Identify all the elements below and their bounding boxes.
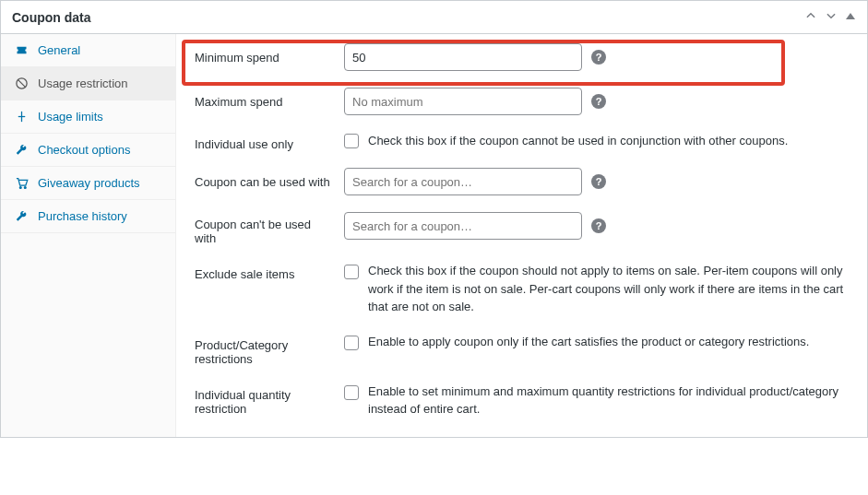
product-category-desc: Enable to apply coupon only if the cart …	[368, 333, 809, 351]
individual-use-desc: Check this box if the coupon cannot be u…	[368, 132, 788, 150]
wrench-icon	[14, 144, 29, 157]
row-cant-use-with: Coupon can't be used with ?	[195, 212, 849, 245]
svg-line-2	[18, 79, 26, 88]
sidebar-item-label: Checkout options	[38, 143, 130, 157]
content: Minimum spend ? Maximum spend ?	[176, 34, 867, 437]
label-exclude-sale: Exclude sale items	[195, 262, 331, 281]
sidebar-item-usage-limits[interactable]: Usage limits	[1, 100, 175, 134]
can-use-with-input[interactable]	[344, 168, 582, 195]
panel-controls	[804, 9, 856, 25]
cant-use-with-input[interactable]	[344, 212, 582, 240]
label-product-category: Product/Category restrictions	[195, 333, 331, 366]
sidebar: General Usage restriction Usage limits C…	[1, 34, 176, 437]
help-icon[interactable]: ?	[591, 174, 606, 189]
label-can-use-with: Coupon can be used with	[195, 175, 331, 189]
exclude-sale-checkbox[interactable]	[344, 265, 359, 279]
toggle-panel-icon[interactable]	[845, 10, 856, 24]
sidebar-item-purchase-history[interactable]: Purchase history	[1, 200, 175, 233]
svg-point-5	[19, 187, 21, 189]
sidebar-item-usage-restriction[interactable]: Usage restriction	[1, 67, 175, 100]
help-icon[interactable]: ?	[591, 94, 606, 109]
row-individual-quantity: Individual quantity restriction Enable t…	[195, 383, 849, 418]
maximum-spend-input[interactable]	[344, 88, 582, 115]
help-icon[interactable]: ?	[591, 50, 606, 65]
coupon-data-panel: Coupon data General Usage restriction Us…	[0, 0, 868, 438]
wrench-icon	[14, 210, 29, 223]
label-minimum-spend: Minimum spend	[195, 51, 331, 65]
row-maximum-spend: Maximum spend ?	[195, 88, 849, 115]
move-up-icon[interactable]	[804, 9, 817, 25]
individual-use-checkbox[interactable]	[344, 134, 359, 148]
sidebar-item-general[interactable]: General	[1, 34, 175, 67]
panel-title: Coupon data	[12, 10, 91, 25]
row-minimum-spend: Minimum spend ?	[195, 43, 849, 71]
sidebar-item-giveaway-products[interactable]: Giveaway products	[1, 167, 175, 200]
sidebar-item-label: Giveaway products	[38, 176, 140, 190]
svg-point-6	[24, 187, 26, 189]
row-exclude-sale: Exclude sale items Check this box if the…	[195, 262, 849, 316]
minimum-spend-input[interactable]	[344, 43, 582, 71]
panel-body: General Usage restriction Usage limits C…	[1, 34, 867, 437]
sidebar-item-label: Usage limits	[38, 110, 103, 124]
row-individual-use: Individual use only Check this box if th…	[195, 132, 849, 151]
label-individual-quantity: Individual quantity restriction	[195, 383, 331, 416]
exclude-sale-desc: Check this box if the coupon should not …	[368, 262, 849, 316]
sliders-icon	[14, 110, 29, 124]
sidebar-item-label: General	[38, 43, 80, 57]
individual-quantity-desc: Enable to set minimum and maximum quanti…	[368, 383, 849, 418]
ticket-icon	[14, 43, 29, 57]
label-individual-use: Individual use only	[195, 132, 331, 151]
cart-icon	[14, 176, 29, 190]
label-maximum-spend: Maximum spend	[195, 95, 331, 109]
individual-quantity-checkbox[interactable]	[344, 385, 359, 400]
sidebar-item-label: Purchase history	[38, 209, 127, 223]
svg-marker-0	[846, 13, 855, 19]
label-cant-use-with: Coupon can't be used with	[195, 212, 331, 245]
sidebar-item-label: Usage restriction	[38, 77, 128, 90]
sidebar-item-checkout-options[interactable]: Checkout options	[1, 134, 175, 167]
row-product-category: Product/Category restrictions Enable to …	[195, 333, 849, 366]
panel-header: Coupon data	[1, 1, 867, 34]
row-can-use-with: Coupon can be used with ?	[195, 168, 849, 195]
help-icon[interactable]: ?	[591, 218, 606, 233]
product-category-checkbox[interactable]	[344, 336, 359, 350]
move-down-icon[interactable]	[825, 9, 838, 25]
ban-icon	[14, 77, 29, 90]
